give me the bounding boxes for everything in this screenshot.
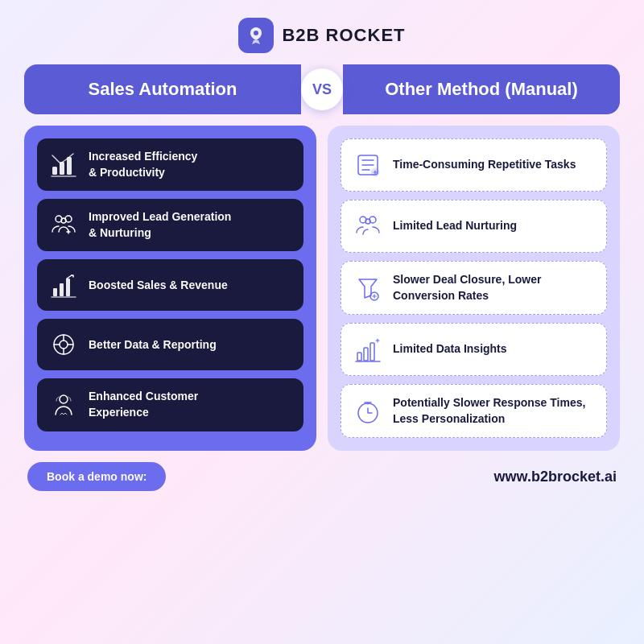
list-item: Increased Efficiency& Productivity bbox=[37, 138, 303, 191]
customer-icon bbox=[48, 390, 79, 420]
list-item: Time-Consuming Repetitive Tasks bbox=[341, 138, 607, 192]
team-icon bbox=[48, 210, 79, 241]
list-item: Better Data & Reporting bbox=[37, 319, 303, 370]
svg-point-0 bbox=[254, 31, 258, 35]
list-item: Potentially Slower Response Times, Less … bbox=[341, 384, 607, 438]
team-limited-icon bbox=[353, 211, 383, 242]
funnel-icon bbox=[353, 273, 383, 303]
left-panel: Increased Efficiency& Productivity Impro… bbox=[24, 126, 316, 451]
list-item: Limited Data Insights bbox=[341, 323, 607, 376]
svg-point-11 bbox=[60, 341, 68, 349]
list-icon bbox=[353, 150, 383, 180]
svg-rect-20 bbox=[364, 348, 368, 361]
vs-left-label: Sales Automation bbox=[24, 64, 301, 114]
svg-rect-3 bbox=[67, 157, 72, 175]
right-item-text: Limited Data Insights bbox=[393, 341, 507, 357]
svg-rect-1 bbox=[52, 167, 57, 175]
demo-button[interactable]: Book a demo now: bbox=[27, 462, 166, 491]
data-icon bbox=[48, 329, 79, 360]
growth-icon bbox=[48, 270, 79, 300]
footer: Book a demo now: www.b2brocket.ai bbox=[24, 451, 620, 491]
vs-circle: VS bbox=[301, 68, 343, 110]
vs-right-label: Other Method (Manual) bbox=[343, 64, 620, 114]
chart-limited-icon bbox=[353, 334, 383, 365]
right-item-text: Potentially Slower Response Times, Less … bbox=[393, 395, 595, 427]
svg-rect-7 bbox=[53, 288, 57, 296]
left-item-text: Better Data & Reporting bbox=[89, 337, 217, 353]
website-text: www.b2brocket.ai bbox=[494, 469, 617, 485]
svg-rect-21 bbox=[370, 343, 374, 361]
brand-name: B2B ROCKET bbox=[282, 25, 405, 46]
main-content: Increased Efficiency& Productivity Impro… bbox=[24, 126, 620, 451]
left-item-text: Increased Efficiency& Productivity bbox=[89, 149, 197, 180]
vs-banner: Sales Automation VS Other Method (Manual… bbox=[24, 64, 620, 114]
list-item: Slower Deal Closure, Lower Conversion Ra… bbox=[341, 261, 607, 315]
left-item-text: Improved Lead Generation& Nurturing bbox=[89, 209, 231, 241]
list-item: Limited Lead Nurturing bbox=[341, 200, 607, 253]
svg-rect-19 bbox=[357, 353, 361, 361]
bar-chart-icon bbox=[48, 150, 79, 180]
svg-rect-9 bbox=[66, 279, 70, 296]
list-item: Improved Lead Generation& Nurturing bbox=[37, 199, 303, 251]
right-item-text: Time-Consuming Repetitive Tasks bbox=[393, 157, 576, 173]
logo-icon bbox=[238, 18, 274, 53]
left-item-text: Enhanced CustomerExperience bbox=[89, 389, 198, 420]
clock-icon bbox=[353, 396, 383, 427]
right-item-text: Slower Deal Closure, Lower Conversion Ra… bbox=[393, 272, 595, 303]
left-item-text: Boosted Sales & Revenue bbox=[89, 278, 228, 294]
svg-rect-8 bbox=[60, 283, 64, 296]
right-item-text: Limited Lead Nurturing bbox=[393, 218, 517, 234]
svg-point-12 bbox=[60, 395, 68, 403]
list-item: Enhanced CustomerExperience bbox=[37, 378, 303, 431]
header: B2B ROCKET bbox=[238, 0, 405, 64]
right-panel: Time-Consuming Repetitive Tasks Limited … bbox=[328, 126, 620, 451]
list-item: Boosted Sales & Revenue bbox=[37, 259, 303, 311]
